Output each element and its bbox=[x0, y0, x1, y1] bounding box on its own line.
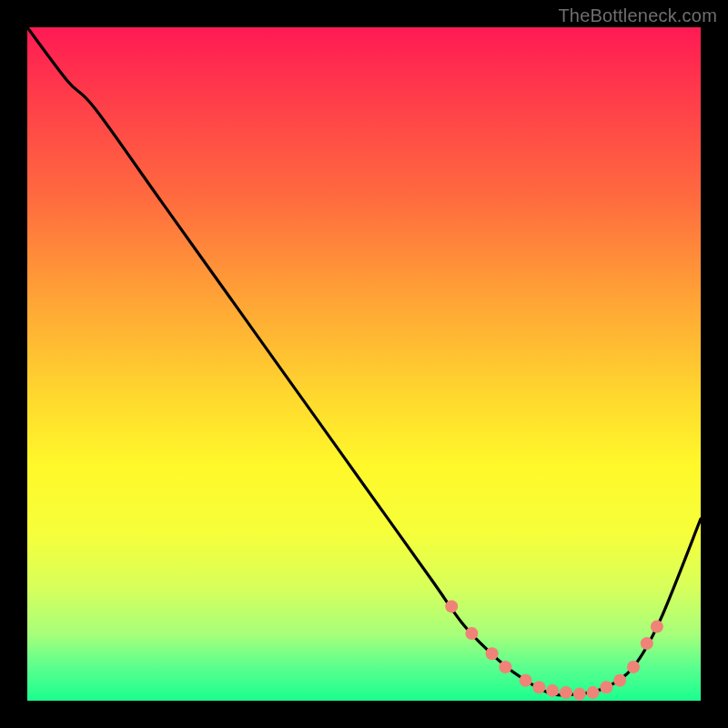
highlight-dot bbox=[520, 674, 532, 687]
highlight-dot bbox=[651, 621, 663, 633]
highlight-dot bbox=[641, 637, 653, 650]
highlight-dot bbox=[613, 674, 626, 687]
highlight-dot bbox=[486, 647, 499, 660]
watermark-text: TheBottleneck.com bbox=[558, 5, 717, 26]
highlight-dot bbox=[560, 686, 572, 699]
chart-svg bbox=[27, 27, 701, 701]
highlight-dot bbox=[546, 684, 559, 697]
highlight-dot bbox=[445, 600, 458, 612]
bottleneck-curve bbox=[27, 27, 701, 695]
plot-area bbox=[27, 27, 701, 701]
highlight-dot bbox=[465, 627, 478, 640]
highlight-dot bbox=[600, 681, 612, 693]
highlight-dot bbox=[573, 688, 586, 701]
highlight-dot bbox=[627, 661, 640, 673]
highlight-dot bbox=[532, 681, 545, 693]
highlight-dots bbox=[445, 600, 663, 700]
chart-frame bbox=[27, 27, 701, 701]
highlight-dot bbox=[587, 686, 600, 699]
highlight-dot bbox=[499, 661, 511, 673]
